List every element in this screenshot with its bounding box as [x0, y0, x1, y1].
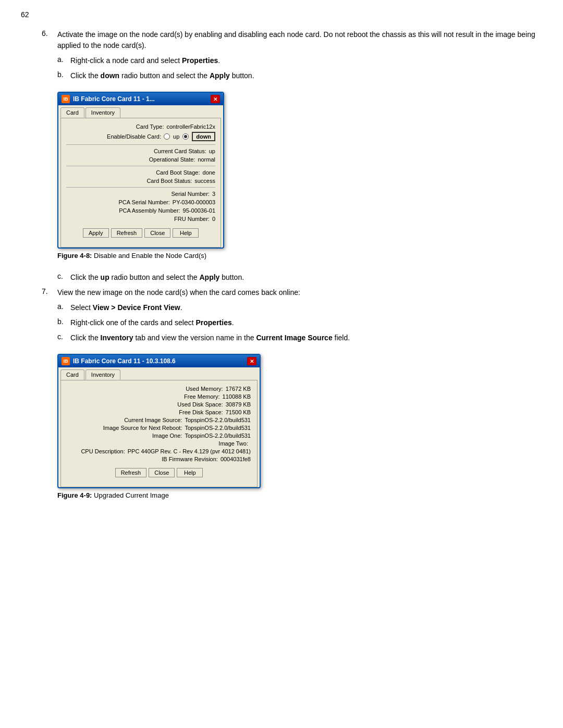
dialog2-tabs: Card Inventory — [60, 369, 258, 380]
dialog2-footer: Refresh Close Help — [67, 464, 251, 482]
free-memory-value: 110088 KB — [223, 393, 251, 400]
card-type-row: Card Type: controllerFabric12x — [66, 124, 215, 130]
down-button[interactable]: down — [192, 132, 215, 141]
dialog-1: IB IB Fabric Core Card 11 - 1... ✕ Card … — [57, 92, 224, 249]
refresh-button[interactable]: Refresh — [111, 228, 143, 238]
step7-substeps: a. Select View > Device Front View. b. R… — [57, 302, 542, 343]
step7-substep-c: c. Click the Inventory tab and view the … — [57, 332, 542, 343]
next-reboot-row: Image Source for Next Reboot: TopspinOS-… — [67, 425, 251, 431]
dialog1-titlebar: IB IB Fabric Core Card 11 - 1... ✕ — [58, 93, 223, 105]
used-disk-label: Used Disk Space: — [177, 401, 225, 408]
radio-up-label: up — [173, 133, 179, 140]
image-two-label: Image Two: — [218, 440, 251, 447]
boot-stage-row: Card Boot Stage: done — [66, 169, 215, 176]
tab-card-1[interactable]: Card — [60, 107, 84, 118]
dialog2-icon: IB — [62, 357, 70, 365]
image-one-label: Image One: — [152, 433, 185, 439]
separator-1 — [66, 144, 215, 145]
page-number: 62 — [21, 10, 542, 19]
step-6: 6. Activate the image on the node card(s… — [42, 29, 542, 51]
enable-disable-label: Enable/Disable Card: — [107, 133, 164, 140]
radio-down[interactable] — [182, 133, 189, 140]
image-one-value: TopspinOS-2.2.0/build531 — [185, 433, 251, 439]
card-type-value: controllerFabric12x — [166, 124, 215, 130]
radio-group: up down — [164, 132, 215, 141]
used-disk-value: 30879 KB — [226, 401, 251, 408]
boot-stage-value: done — [203, 169, 215, 176]
pca-assembly-value: 95-00036-01 — [183, 207, 215, 214]
step6-substep-b: b. Click the down radio button and selec… — [57, 70, 542, 81]
step6-substeps: a. Right-click a node card and select Pr… — [57, 55, 542, 81]
cpu-desc-row: CPU Description: PPC 440GP Rev. C - Rev … — [67, 448, 251, 454]
pca-assembly-row: PCA Assembly Number: 95-00036-01 — [66, 207, 215, 214]
separator-3 — [66, 187, 215, 188]
free-memory-label: Free Memory: — [184, 393, 222, 400]
help-button[interactable]: Help — [173, 228, 199, 238]
dialog1-title: IB Fabric Core Card 11 - 1... — [73, 95, 155, 103]
pca-serial-row: PCA Serial Number: PY-0340-000003 — [66, 199, 215, 205]
figure-8-container: IB IB Fabric Core Card 11 - 1... ✕ Card … — [57, 92, 224, 260]
radio-up[interactable] — [164, 133, 170, 140]
figure-9-caption: Figure 4-9: Upgraded Current Image — [57, 491, 261, 499]
ib-firmware-row: IB Firmware Revision: 0004031fe8 — [67, 456, 251, 462]
dialog1-icon: IB — [62, 95, 70, 103]
image-two-row: Image Two: — [67, 440, 251, 447]
dialog1-tabs: Card Inventory — [60, 107, 221, 118]
free-disk-row: Free Disk Space: 71500 KB — [67, 409, 251, 415]
boot-status-label: Card Boot Status: — [146, 178, 194, 184]
free-memory-row: Free Memory: 110088 KB — [67, 393, 251, 400]
serial-label: Serial Number: — [172, 191, 212, 197]
next-reboot-value: TopspinOS-2.2.0/build531 — [185, 425, 251, 431]
separator-2 — [66, 166, 215, 166]
fru-label: FRU Number: — [174, 216, 212, 222]
dialog2-refresh-button[interactable]: Refresh — [115, 468, 147, 477]
dialog2-body: Used Memory: 17672 KB Free Memory: 11008… — [60, 380, 258, 487]
enable-disable-row: Enable/Disable Card: up down — [66, 132, 215, 141]
ib-firmware-label: IB Firmware Revision: — [162, 456, 221, 462]
dialog2-titlebar: IB IB Fabric Core Card 11 - 10.3.108.6 ✕ — [58, 355, 260, 367]
dialog2-title: IB Fabric Core Card 11 - 10.3.108.6 — [73, 357, 176, 365]
tab-card-2[interactable]: Card — [60, 369, 84, 380]
boot-status-value: success — [194, 178, 215, 184]
fru-row: FRU Number: 0 — [66, 216, 215, 222]
used-memory-row: Used Memory: 17672 KB — [67, 386, 251, 392]
used-disk-row: Used Disk Space: 30879 KB — [67, 401, 251, 408]
next-reboot-label: Image Source for Next Reboot: — [103, 425, 185, 431]
boot-status-row: Card Boot Status: success — [66, 178, 215, 184]
apply-button[interactable]: Apply — [83, 228, 109, 238]
tab-inventory-2[interactable]: Inventory — [85, 369, 120, 380]
current-image-label: Current Image Source: — [124, 417, 185, 423]
operational-label: Operational State: — [149, 156, 198, 163]
card-type-label: Card Type: — [136, 124, 167, 130]
dialog1-footer: Apply Refresh Close Help — [66, 224, 215, 242]
step7-substep-b: b. Right-click one of the cards and sele… — [57, 317, 542, 328]
ib-firmware-value: 0004031fe8 — [221, 456, 251, 462]
operational-row: Operational State: normal — [66, 156, 215, 163]
used-memory-value: 17672 KB — [226, 386, 251, 392]
dialog2-close-button[interactable]: Close — [149, 468, 175, 477]
current-image-row: Current Image Source: TopspinOS-2.2.0/bu… — [67, 417, 251, 423]
figure-9-container: IB IB Fabric Core Card 11 - 10.3.108.6 ✕… — [57, 354, 261, 499]
dialog1-body: Card Type: controllerFabric12x Enable/Di… — [60, 118, 221, 248]
step7-substep-a: a. Select View > Device Front View. — [57, 302, 542, 313]
pca-serial-label: PCA Serial Number: — [118, 199, 172, 205]
dialog-2: IB IB Fabric Core Card 11 - 10.3.108.6 ✕… — [57, 354, 261, 488]
step6-substep-c-wrapper: c. Click the up radio button and select … — [57, 272, 542, 283]
image-one-row: Image One: TopspinOS-2.2.0/build531 — [67, 433, 251, 439]
dialog2-close-btn[interactable]: ✕ — [247, 357, 256, 365]
pca-serial-value: PY-0340-000003 — [173, 199, 215, 205]
current-status-value: up — [209, 148, 215, 154]
dialog1-close-btn[interactable]: ✕ — [211, 95, 220, 103]
step6-text: Activate the image on the node card(s) b… — [57, 30, 535, 50]
pca-assembly-label: PCA Assembly Number: — [119, 207, 182, 214]
cpu-desc-value: PPC 440GP Rev. C - Rev 4.129 (pvr 4012 0… — [128, 448, 251, 454]
dialog2-help-button[interactable]: Help — [177, 468, 203, 477]
close-button[interactable]: Close — [144, 228, 170, 238]
figure-8-caption: Figure 4-8: Disable and Enable the Node … — [57, 252, 224, 260]
fru-value: 0 — [212, 216, 215, 222]
step7-text: View the new image on the node card(s) w… — [57, 288, 300, 297]
used-memory-label: Used Memory: — [186, 386, 226, 392]
step-7: 7. View the new image on the node card(s… — [42, 287, 542, 298]
step6-substep-a: a. Right-click a node card and select Pr… — [57, 55, 542, 66]
tab-inventory-1[interactable]: Inventory — [85, 107, 120, 118]
